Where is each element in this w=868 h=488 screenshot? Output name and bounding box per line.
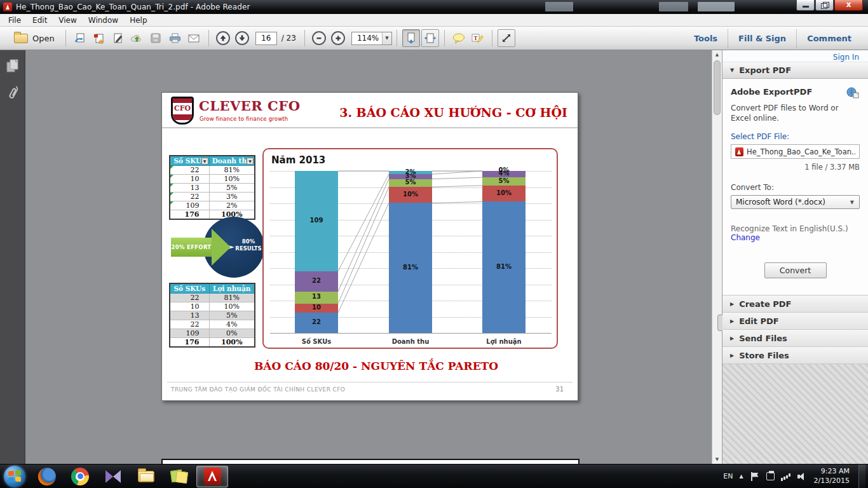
kmplayer-icon[interactable]: [97, 466, 129, 487]
scroll-mode-button[interactable]: [402, 29, 420, 47]
table-row: 2281%: [170, 293, 255, 302]
tab-comment[interactable]: Comment: [796, 29, 862, 48]
page-number-input[interactable]: [255, 32, 277, 45]
chevron-down-icon: ▼: [850, 200, 859, 205]
zoom-out-button[interactable]: [310, 29, 328, 47]
language-indicator[interactable]: EN: [723, 472, 733, 480]
zoom-in-button[interactable]: [329, 29, 347, 47]
triangle-right-icon: ▶: [730, 353, 734, 358]
panel-collapse-handle[interactable]: [717, 315, 722, 331]
table-row: 1092%: [170, 201, 255, 210]
tab-fill-sign[interactable]: Fill & Sign: [728, 29, 796, 48]
pdf-file-icon: [735, 147, 743, 156]
page-thumbnails-icon[interactable]: [6, 59, 19, 73]
adobe-reader-icon[interactable]: [196, 466, 228, 487]
panel-section-store-files[interactable]: ▶Store Files: [722, 346, 868, 363]
title-bar: He_Thong_Bao_Cao_Ke_Toan_Quan_Tri_2.pdf …: [0, 0, 868, 14]
segment-label: 10%: [482, 189, 526, 196]
table-cell: 10: [170, 174, 209, 183]
menu-window[interactable]: Window: [83, 15, 124, 26]
action-center-flag-icon[interactable]: [750, 472, 760, 481]
open-button[interactable]: Open: [8, 29, 60, 48]
create-pdf-icon: [93, 33, 105, 44]
filter-dropdown-icon: ▼: [201, 158, 208, 165]
vertical-scrollbar[interactable]: ▲ ▼: [712, 50, 722, 464]
network-signal-icon[interactable]: [781, 472, 791, 481]
sign-in-link[interactable]: Sign In: [833, 51, 859, 63]
table-cell: 2%: [209, 201, 255, 210]
fullscreen-button[interactable]: [498, 29, 515, 47]
tab-tools[interactable]: Tools: [684, 29, 728, 48]
taskbar: EN ▲ 9:23 AM 2/13/2015: [0, 464, 868, 488]
selected-file-chip[interactable]: He_Thong_Bao_Cao_Ke_Toan...: [731, 144, 860, 159]
fit-width-button[interactable]: [421, 29, 439, 47]
email-button[interactable]: [186, 29, 203, 47]
start-button[interactable]: [4, 466, 25, 487]
chrome-icon[interactable]: [64, 466, 96, 487]
zoom-level-control[interactable]: 114% ▼: [351, 32, 392, 45]
show-desktop-button[interactable]: [858, 464, 865, 488]
profit-table: Số SKUsLợi nhuận2281%1010%135%224%1090%1…: [169, 283, 255, 348]
segment-label: 5%: [389, 179, 432, 186]
previous-page-button[interactable]: [214, 29, 232, 47]
panel-section-create-pdf[interactable]: ▶Create PDF: [722, 295, 868, 312]
slide-footer: TRUNG TÂM ĐÀO TẠO GIÁM ĐỐC TÀI CHÍNH CLE…: [171, 386, 345, 393]
document-view: CFO CLEVER CFO Grow finance to finance g…: [26, 50, 712, 464]
menu-edit[interactable]: Edit: [27, 15, 53, 26]
table-row: 2281%: [170, 165, 255, 174]
sign-document-icon: [112, 33, 124, 44]
highlight-button[interactable]: T: [469, 29, 487, 47]
print-icon: [169, 33, 181, 44]
comment-button[interactable]: [450, 29, 468, 47]
zoom-level-value: 114%: [352, 34, 382, 43]
share-upload-button[interactable]: [128, 29, 146, 47]
next-page-button[interactable]: [233, 29, 251, 47]
brand-name: CLEVER CFO: [199, 98, 300, 114]
scrollbar-thumb[interactable]: [714, 60, 721, 115]
create-pdf-button[interactable]: [90, 29, 108, 47]
expand-tray-icon[interactable]: ▲: [739, 473, 743, 479]
close-button[interactable]: x: [834, 0, 863, 11]
export-file-button[interactable]: [71, 29, 89, 47]
sticky-notes-icon[interactable]: [163, 466, 195, 487]
scroll-down-icon[interactable]: ▼: [712, 455, 722, 464]
effort-arrow-head: [212, 229, 231, 266]
explorer-icon[interactable]: [130, 466, 162, 487]
device-icon[interactable]: [766, 472, 775, 480]
sign-document-button[interactable]: [109, 29, 127, 47]
volume-icon[interactable]: [797, 472, 808, 481]
save-button[interactable]: [147, 29, 165, 47]
clock[interactable]: 9:23 AM 2/13/2015: [814, 467, 852, 486]
page-up-icon: [216, 31, 230, 45]
scroll-mode-icon: [405, 32, 417, 44]
scroll-up-icon[interactable]: ▲: [712, 50, 722, 59]
category-label: Doanh thu: [382, 338, 439, 345]
firefox-icon[interactable]: [31, 466, 63, 487]
convert-button[interactable]: Convert: [764, 262, 827, 278]
panel-section-edit-pdf[interactable]: ▶Edit PDF: [722, 312, 868, 329]
table-cell: 22: [170, 165, 209, 174]
segment-label: 81%: [389, 264, 432, 271]
menu-help[interactable]: Help: [124, 15, 153, 26]
export-pdf-section-header[interactable]: ▼ Export PDF: [722, 62, 868, 79]
segment-label: 10: [295, 304, 338, 311]
menu-view[interactable]: View: [53, 15, 82, 26]
panel-section-send-files[interactable]: ▶Send Files: [722, 329, 868, 346]
effort-arrow: 20% EFFORT: [171, 238, 212, 257]
minimize-button[interactable]: [796, 0, 815, 11]
table-cell: 109: [170, 329, 209, 337]
chevron-down-icon[interactable]: ▼: [382, 32, 391, 44]
table-cell: 5%: [209, 311, 255, 320]
svg-text:T: T: [474, 35, 478, 41]
format-select[interactable]: Microsoft Word (*.docx) ▼: [731, 195, 860, 209]
table-cell: 22: [170, 320, 209, 329]
print-button[interactable]: [166, 29, 184, 47]
category-label: Số SKUs: [288, 338, 345, 345]
restore-button[interactable]: [815, 0, 834, 11]
table-cell: 100%: [209, 337, 255, 347]
menu-file[interactable]: File: [3, 15, 27, 26]
change-link[interactable]: Change: [731, 233, 860, 242]
attachments-icon[interactable]: [7, 85, 18, 101]
x-axis: [270, 333, 552, 334]
aero-ghost: [545, 2, 573, 11]
